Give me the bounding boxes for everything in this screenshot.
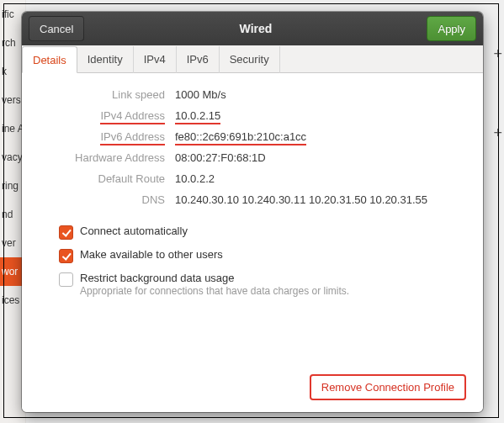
checkbox-label: Connect automatically: [80, 225, 188, 237]
checkbox-sublabel: Appropriate for connections that have da…: [80, 285, 349, 297]
row-default-route: Default Route 10.0.2.2: [39, 172, 466, 185]
checkbox-label-wrap: Restrict background data usage Appropria…: [80, 272, 349, 297]
remove-connection-button[interactable]: Remove Connection Profile: [310, 374, 466, 400]
dialog-footer: Remove Connection Profile: [39, 364, 466, 400]
value-hw: 08:00:27:F0:68:1D: [175, 151, 266, 164]
wired-settings-dialog: Cancel Wired Apply Details Identity IPv4…: [22, 12, 483, 412]
checkbox-make-available[interactable]: Make available to other users: [59, 248, 466, 263]
label-hw: Hardware Address: [39, 151, 175, 164]
background-plus-column: ++: [491, 0, 504, 423]
value-ipv6: fe80::2c69:691b:210c:a1cc: [175, 130, 306, 143]
label-dns: DNS: [39, 193, 175, 206]
checkbox-connect-automatically[interactable]: Connect automatically: [59, 225, 466, 240]
tab-identity[interactable]: Identity: [77, 46, 134, 73]
label-ipv4: IPv4 Address: [39, 109, 175, 122]
value-route: 10.0.2.2: [175, 172, 215, 185]
cancel-button[interactable]: Cancel: [29, 16, 84, 41]
tab-ipv6[interactable]: IPv6: [177, 46, 220, 73]
details-panel: Link speed 1000 Mb/s IPv4 Address 10.0.2…: [22, 73, 483, 412]
check-icon: [59, 272, 73, 287]
value-link-speed: 1000 Mb/s: [175, 88, 226, 101]
tab-ipv4[interactable]: IPv4: [134, 46, 177, 73]
checkbox-label: Make available to other users: [80, 248, 223, 261]
titlebar: Cancel Wired Apply: [22, 12, 483, 45]
value-ipv4: 10.0.2.15: [175, 109, 220, 122]
apply-button[interactable]: Apply: [427, 16, 476, 41]
row-ipv4: IPv4 Address 10.0.2.15: [39, 109, 466, 122]
tab-security[interactable]: Security: [220, 46, 280, 73]
check-icon: [59, 249, 73, 263]
row-ipv6: IPv6 Address fe80::2c69:691b:210c:a1cc: [39, 130, 466, 143]
row-dns: DNS 10.240.30.10 10.240.30.11 10.20.31.5…: [39, 193, 466, 206]
label-route: Default Route: [39, 172, 175, 185]
checkbox-group: Connect automatically Make available to …: [59, 225, 466, 305]
plus-icon: +: [493, 124, 502, 142]
label-link-speed: Link speed: [39, 88, 175, 101]
row-link-speed: Link speed 1000 Mb/s: [39, 88, 466, 101]
checkbox-restrict-background[interactable]: Restrict background data usage Appropria…: [59, 272, 466, 297]
plus-icon: +: [493, 45, 502, 63]
check-icon: [59, 225, 73, 240]
window-title: Wired: [240, 22, 273, 35]
tab-details[interactable]: Details: [22, 46, 77, 73]
label-ipv6: IPv6 Address: [39, 130, 175, 143]
checkbox-label: Restrict background data usage: [80, 272, 349, 284]
tabbar: Details Identity IPv4 IPv6 Security: [22, 45, 483, 73]
row-hardware-address: Hardware Address 08:00:27:F0:68:1D: [39, 151, 466, 164]
value-dns: 10.240.30.10 10.240.30.11 10.20.31.50 10…: [175, 193, 427, 206]
